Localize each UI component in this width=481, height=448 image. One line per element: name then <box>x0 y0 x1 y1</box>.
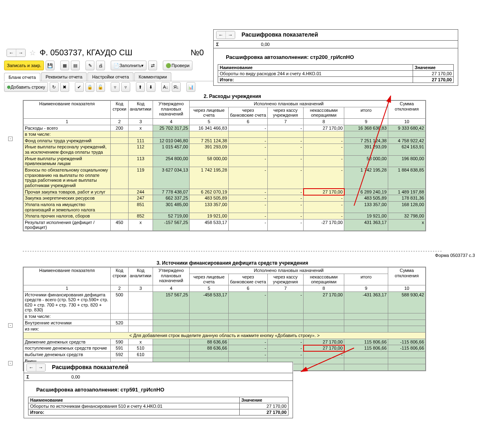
save-icon[interactable]: 💾 <box>46 61 55 70</box>
grid-toolbar: ⊕ Добавить строку ↻ ✖ ✔ 🔒 🔓 ▿ ▿ ⬆ ⬇ А↓ Я… <box>4 82 195 92</box>
tree-toggle-icon[interactable]: - <box>8 323 13 328</box>
check-icon[interactable]: ✔ <box>75 82 84 92</box>
table-row[interactable]: Расходы - всего200x25 702 317,2516 341 4… <box>24 125 426 131</box>
table-row[interactable]: Взносы по обязательному социальному стра… <box>24 167 426 189</box>
favorite-star-icon[interactable]: ☆ <box>29 48 36 57</box>
table-row[interactable]: Результат исполнения (дефицит / профицит… <box>24 219 426 231</box>
table-row[interactable]: Уплата налога на имущество организаций и… <box>24 201 426 213</box>
detail-popup-2: ←→ Расшифровка показателей Σ Расшифровка… <box>24 362 293 418</box>
section2-title: 2. Расходы учреждения <box>23 94 442 99</box>
table-row[interactable]: Внутренние источники520 <box>24 320 426 326</box>
table-row[interactable]: в том числе: <box>24 313 426 320</box>
popup-nav[interactable]: ←→ <box>26 363 46 372</box>
tab-blank[interactable]: Бланк отчета <box>4 73 40 81</box>
page-title: Ф. 0503737, КГАУДО СШ <box>39 48 132 57</box>
tree-toggle-icon[interactable]: - <box>8 137 13 141</box>
sigma-input[interactable] <box>220 41 271 47</box>
print-icon[interactable]: 🖨 <box>96 61 105 70</box>
nav-back-forward[interactable]: ←→ <box>7 49 26 57</box>
layout-icon[interactable]: ▤ <box>71 61 80 70</box>
popup-table: НаименованиеЗначение Обороты по виду рас… <box>218 64 454 83</box>
save-and-close-button[interactable]: Записать и закр. <box>4 61 44 70</box>
tab-comments[interactable]: Комментарии <box>134 72 171 81</box>
table-row[interactable]: Иные выплаты персоналу учреждений, за ис… <box>24 144 426 155</box>
popup-title: Расшифровка показателей <box>242 31 318 38</box>
sigma-input[interactable] <box>31 374 81 380</box>
delete-icon[interactable]: ✖ <box>60 82 69 92</box>
sort-az-icon[interactable]: А↓ <box>161 82 170 92</box>
section3-title: 3. Источники финансирования дефицита сре… <box>23 260 442 266</box>
table-row[interactable]: Движение денежных средств590x88 636,66--… <box>24 339 426 345</box>
tabs: Бланк отчета Реквизиты отчета Настройки … <box>4 72 216 81</box>
add-row-button[interactable]: ⊕ Добавить строку <box>4 82 48 92</box>
table-row[interactable]: поступление денежных средств прочие59151… <box>24 345 426 352</box>
table-row[interactable]: Закупка энергетических ресурсов247662 33… <box>24 195 426 202</box>
popup-title: Расшифровка показателей <box>52 364 129 370</box>
table-row[interactable]: из них: <box>24 326 426 333</box>
fill-button[interactable]: 📄 Заполнить ▾ <box>111 61 146 70</box>
grid-icon[interactable]: ▦ <box>60 61 69 70</box>
table-row[interactable]: выбытие денежных средств592610--- <box>24 351 426 358</box>
up-icon[interactable]: ⬆ <box>136 82 145 92</box>
popup-header: Расшифровка автозаполнения: стр200_грИсп… <box>214 48 458 64</box>
section3-table[interactable]: Наименование показателя Код строки Код а… <box>23 267 426 371</box>
tab-settings[interactable]: Настройки отчета <box>87 72 133 81</box>
section2-table[interactable]: Наименование показателя Код строки Код а… <box>23 100 426 231</box>
sort-za-icon[interactable]: Я↓ <box>172 82 181 92</box>
table-row[interactable]: Уплата прочих налогов, сборов85252 719,0… <box>24 213 426 220</box>
popup-nav[interactable]: ←→ <box>216 31 235 39</box>
check-button[interactable]: 🟢 Провери <box>163 61 192 70</box>
down-icon[interactable]: ⬇ <box>146 82 155 92</box>
refresh-icon[interactable]: ↻ <box>50 82 59 92</box>
lock-icon[interactable]: 🔒 <box>85 82 94 92</box>
table-row[interactable]: Источники финансирования дефицита средст… <box>24 291 426 313</box>
table-row[interactable]: Иные выплаты учреждений привлекаемым лиц… <box>24 155 426 167</box>
table-row[interactable]: < Для добавления строк выделите данную о… <box>24 333 426 339</box>
convert-icon[interactable]: ⇄ <box>148 61 157 70</box>
unlock-icon[interactable]: 🔓 <box>96 82 105 92</box>
main-toolbar: Записать и закр. 💾 ▦ ▤ ✎ 🖨 📄 Заполнить ▾… <box>4 60 192 71</box>
chart-icon[interactable]: 📊 <box>186 82 195 92</box>
table-row[interactable]: Прочая закупка товаров, работ и услуг244… <box>24 189 426 195</box>
filter1-icon[interactable]: ▿ <box>111 82 120 92</box>
tree-toggle-icon[interactable]: - <box>8 361 13 365</box>
form-footer: Форма 0503737 с.3 <box>435 253 475 258</box>
popup-table: НаименованиеЗначение Обороты по источник… <box>28 397 289 415</box>
detail-popup-1: ←→ Расшифровка показателей Σ Расшифровка… <box>213 29 458 86</box>
page-subtitle: №0 <box>190 48 204 57</box>
filter2-icon[interactable]: ▿ <box>121 82 130 92</box>
tab-requisites[interactable]: Реквизиты отчета <box>41 72 87 81</box>
edit-icon[interactable]: ✎ <box>85 61 94 70</box>
table-row[interactable]: в том числе: <box>24 131 426 138</box>
table-row[interactable]: Фонд оплаты труда учреждений11112 010 04… <box>24 137 426 144</box>
popup-header: Расшифровка автозаполнения: стр591_грИсп… <box>24 381 293 397</box>
